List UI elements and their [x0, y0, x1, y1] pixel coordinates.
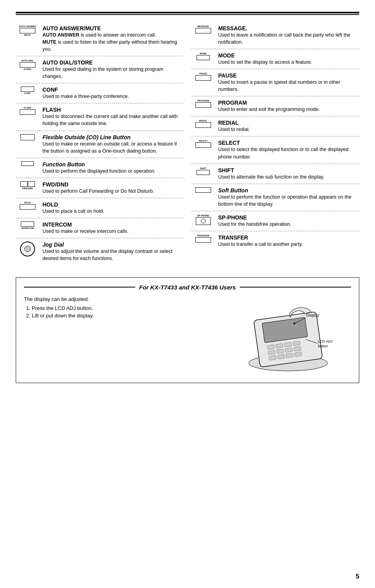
hold-btn-icon — [20, 204, 35, 210]
main-content: AUTO ANSWER MUTE AUTO ANSWER/MUTE AUTO A… — [16, 22, 359, 265]
entry-auto-answer-mute: AUTO ANSWER MUTE AUTO ANSWER/MUTE AUTO A… — [16, 22, 184, 56]
text-hold: HOLD Used to place a call on hold. — [42, 201, 184, 215]
entry-hold: HOLD HOLD Used to place a call on hold. — [16, 198, 184, 218]
lcd-adj-label-line2: button — [318, 344, 328, 348]
bottom-steps: Press the LCD ADJ button. Lift or put do… — [32, 305, 217, 319]
icon-flash: FLASH — [16, 107, 39, 115]
phone-illustration: Display LCD ADJ button — [229, 296, 347, 375]
conf-btn-icon — [21, 87, 34, 92]
body-fwd-dnd: Used to perform Call Forwarding or Do No… — [42, 188, 184, 195]
svg-rect-6 — [293, 341, 300, 345]
entry-flash: FLASH FLASH Used to disconnect the curre… — [16, 103, 184, 131]
entry-transfer: TRANSFER TRANSFER Used to transfer a cal… — [191, 231, 359, 251]
svg-rect-12 — [277, 354, 285, 359]
icon-shift: SHIFT — [191, 167, 215, 175]
entry-mode: MODE MODE Used to set the display to acc… — [191, 49, 359, 69]
body-soft-button: Used to perform the function or operatio… — [218, 194, 359, 208]
title-shift: SHIFT — [218, 167, 359, 173]
icon-redial: REDIAL — [191, 120, 215, 128]
auto-dial-label: AUTO DIAL — [21, 59, 34, 62]
flexible-co-btn-icon — [20, 134, 35, 140]
text-auto-answer-mute: AUTO ANSWER/MUTE AUTO ANSWER is used to … — [42, 25, 184, 53]
page-number: 5 — [356, 573, 359, 580]
svg-rect-3 — [267, 345, 275, 349]
body-redial: Used to redial. — [218, 126, 359, 133]
text-jog-dial: Jog Dial Used to adjust the volume and t… — [42, 241, 184, 262]
text-shift: SHIFT Used to alternate the sub function… — [218, 167, 359, 181]
icon-jog-dial — [16, 241, 39, 256]
entry-program: PROGRAM PROGRAM Used to enter and exit t… — [191, 96, 359, 116]
icon-select: SELECT — [191, 140, 215, 148]
icon-hold: HOLD — [16, 201, 39, 210]
bottom-intro: The display can be adjusted. — [24, 296, 217, 302]
entry-shift: SHIFT SHIFT Used to alternate the sub fu… — [191, 164, 359, 184]
body-select: Used to select the displayed function or… — [218, 146, 359, 160]
body-message: Used to leave a notification or call bac… — [218, 31, 359, 46]
bottom-section-title: For KX-T7433 and KX-T7436 Users — [24, 284, 351, 291]
text-function-button: Function Button Used to perform the disp… — [42, 161, 184, 175]
icon-mode: MODE — [191, 52, 215, 60]
body-pause: Used to insert a pause in speed dial num… — [218, 79, 359, 93]
bottom-title-text: For KX-T7433 and KX-T7436 Users — [139, 284, 236, 291]
bottom-left: The display can be adjusted. Press the L… — [24, 296, 217, 375]
svg-rect-7 — [268, 350, 276, 354]
body-sp-phone: Used for the handsfree operation. — [218, 221, 359, 228]
display-label-text: Display — [306, 313, 319, 317]
entry-fwd-dnd: FWD/DND FWD/DND Used to perform Call For… — [16, 178, 184, 198]
icon-fwd-dnd: FWD/DND — [16, 181, 39, 190]
title-pause: PAUSE — [218, 72, 359, 79]
function-btn-icon — [21, 161, 34, 166]
title-auto-answer-mute: AUTO ANSWER/MUTE — [42, 25, 184, 31]
program-label: PROGRAM — [197, 100, 209, 102]
bottom-section: For KX-T7433 and KX-T7436 Users The disp… — [16, 277, 359, 383]
body-mode: Used to set the display to access a feat… — [218, 59, 359, 66]
lcd-adj-label-line1: LCD ADJ — [318, 339, 333, 343]
text-select: SELECT Used to select the displayed func… — [218, 140, 359, 160]
flash-btn-icon — [20, 109, 35, 115]
body-conf: Used to make a three-party conference. — [42, 93, 184, 100]
auto-answer-label: AUTO ANSWER — [19, 25, 36, 28]
svg-rect-9 — [285, 347, 292, 352]
body-jog-dial: Used to adjust the volume and the displa… — [42, 248, 184, 262]
entry-jog-dial: Jog Dial Used to adjust the volume and t… — [16, 238, 184, 265]
text-flexible-co: Flexible Outside (CO) Line Button Used t… — [42, 134, 184, 155]
body-function-button: Used to perform the displayed function o… — [42, 168, 184, 175]
shift-label: SHIFT — [200, 167, 207, 170]
svg-rect-13 — [286, 353, 293, 358]
jog-dial-circle — [20, 241, 35, 256]
icon-conf: CONF — [16, 87, 39, 94]
mode-btn-icon — [197, 55, 210, 60]
text-transfer: TRANSFER Used to transfer a call to anot… — [218, 234, 359, 248]
entry-pause: PAUSE PAUSE Used to insert a pause in sp… — [191, 69, 359, 96]
icon-program: PROGRAM — [191, 100, 215, 108]
auto-dial-btn-icon — [20, 62, 35, 68]
body-transfer: Used to transfer a call to another party… — [218, 241, 359, 248]
title-soft-button: Soft Button — [218, 187, 359, 194]
svg-rect-5 — [284, 342, 292, 347]
svg-rect-11 — [269, 355, 276, 360]
title-jog-dial: Jog Dial — [42, 241, 184, 248]
text-pause: PAUSE Used to insert a pause in speed di… — [218, 72, 359, 93]
entry-function-button: Function Button Used to perform the disp… — [16, 158, 184, 178]
entry-message: MESSAGE MESSAGE. Used to leave a notific… — [191, 22, 359, 49]
title-function-button: Function Button — [42, 161, 184, 168]
bottom-content: The display can be adjusted. Press the L… — [24, 296, 351, 375]
entry-select: SELECT SELECT Used to select the display… — [191, 136, 359, 164]
title-fwd-dnd: FWD/DND — [42, 181, 184, 188]
bottom-step-1: Press the LCD ADJ button. — [32, 305, 217, 311]
text-intercom: INTERCOM Used to make or receive interco… — [42, 221, 184, 235]
svg-rect-4 — [276, 343, 283, 348]
title-auto-dial-store: AUTO DIAL/STORE — [42, 59, 184, 66]
title-message: MESSAGE. — [218, 25, 359, 31]
mute-label: MUTE — [24, 34, 31, 36]
icon-sp-phone: SP-PHONE — [191, 214, 215, 225]
sp-phone-speaker — [201, 219, 206, 223]
icon-pause: PAUSE — [191, 72, 215, 81]
body-auto-answer-mute: AUTO ANSWER is used to answer an interco… — [42, 31, 184, 53]
select-btn-icon — [195, 142, 211, 148]
text-flash: FLASH Used to disconnect the current cal… — [42, 107, 184, 127]
intercom-label: INTERCOM — [22, 227, 34, 229]
icon-auto-dial-store: AUTO DIAL STORE — [16, 59, 39, 70]
body-shift: Used to alternate the sub function on th… — [218, 173, 359, 181]
svg-rect-14 — [294, 352, 302, 356]
